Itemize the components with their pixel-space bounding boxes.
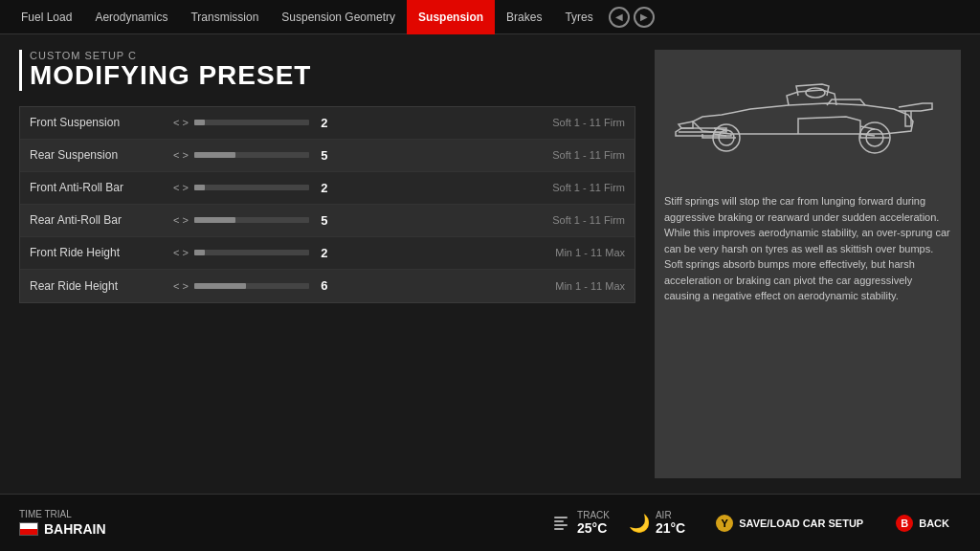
nav-suspension-geometry[interactable]: Suspension Geometry: [270, 0, 407, 34]
slider-track[interactable]: [194, 250, 309, 255]
ctrl-arrows[interactable]: < >: [173, 182, 189, 193]
nav-next-arrow[interactable]: ▶: [634, 7, 655, 28]
setting-controls: < > 6 Min 1 - 11 Max: [173, 278, 625, 293]
bahrain-flag: [19, 522, 38, 536]
nav-tyres[interactable]: Tyres: [553, 0, 604, 34]
slider-fill: [194, 283, 246, 289]
back-label: BACK: [919, 518, 949, 529]
nav-suspension[interactable]: Suspension: [407, 0, 495, 34]
setting-row: Front Suspension < > 2 Soft 1 - 11 Firm: [20, 107, 635, 140]
heat-icon: [554, 517, 568, 530]
car-svg: [674, 69, 942, 174]
race-location: BAHRAIN: [19, 521, 106, 537]
top-navigation: Fuel Load Aerodynamics Transmission Susp…: [0, 0, 980, 34]
location-name: BAHRAIN: [44, 521, 106, 537]
action-buttons: Y SAVE/LOAD CAR SETUP B BACK: [704, 509, 961, 538]
slider-track[interactable]: [194, 283, 309, 289]
nav-arrows: ◀ ▶: [609, 7, 655, 28]
setting-row: Front Ride Height < > 2 Min 1 - 11 Max: [20, 237, 635, 270]
weather-info: Track 25°C 🌙 Air 21°C: [554, 510, 685, 536]
slider-track[interactable]: [194, 185, 309, 190]
setting-name: Rear Anti-Roll Bar: [30, 213, 173, 227]
setting-value: 5: [315, 148, 334, 163]
setting-controls: < > 2 Min 1 - 11 Max: [173, 246, 625, 260]
slider-track[interactable]: [194, 120, 309, 125]
setting-controls: < > 5 Soft 1 - 11 Firm: [173, 213, 625, 228]
slider-fill: [194, 152, 235, 158]
title-section: Custom Setup C MODIFYING PRESET: [19, 50, 635, 91]
slider-track[interactable]: [194, 152, 309, 158]
save-load-button[interactable]: Y SAVE/LOAD CAR SETUP: [704, 509, 875, 538]
ctrl-arrows[interactable]: < >: [173, 214, 189, 226]
ctrl-arrows[interactable]: < >: [173, 117, 189, 128]
save-load-label: SAVE/LOAD CAR SETUP: [739, 518, 863, 529]
setting-controls: < > 2 Soft 1 - 11 Firm: [173, 116, 625, 130]
nav-prev-arrow[interactable]: ◀: [609, 7, 630, 28]
setup-title: MODIFYING PRESET: [30, 61, 635, 91]
ctrl-arrows[interactable]: < >: [173, 149, 189, 161]
ctrl-arrows[interactable]: < >: [173, 280, 189, 292]
setting-range: Soft 1 - 11 Firm: [552, 214, 625, 226]
b-key-icon: B: [896, 515, 913, 532]
air-temp-item: 🌙 Air 21°C: [629, 510, 685, 536]
nav-transmission[interactable]: Transmission: [179, 0, 270, 34]
car-diagram: [664, 59, 951, 184]
slider-fill: [194, 185, 205, 190]
moon-icon: 🌙: [629, 513, 650, 534]
setting-name: Front Suspension: [30, 116, 173, 129]
setting-row: Rear Anti-Roll Bar < > 5 Soft 1 - 11 Fir…: [20, 205, 635, 237]
ctrl-arrows[interactable]: < >: [173, 247, 189, 258]
race-type: Time Trial: [19, 509, 106, 519]
setting-value: 6: [315, 278, 334, 293]
setting-value: 2: [315, 246, 334, 260]
slider-track[interactable]: [194, 217, 309, 223]
track-temp: 25°C: [577, 520, 610, 536]
track-temp-info: Track 25°C: [577, 510, 610, 536]
settings-table: Front Suspension < > 2 Soft 1 - 11 Firm …: [19, 106, 635, 303]
setting-range: Min 1 - 11 Max: [555, 280, 625, 292]
setting-value: 2: [315, 181, 334, 195]
slider-fill: [194, 217, 235, 223]
setting-row: Rear Ride Height < > 6 Min 1 - 11 Max: [20, 270, 635, 302]
slider-fill: [194, 250, 205, 255]
setting-row: Rear Suspension < > 5 Soft 1 - 11 Firm: [20, 140, 635, 172]
left-panel: Custom Setup C MODIFYING PRESET Front Su…: [19, 50, 635, 478]
setting-value: 5: [315, 213, 334, 228]
nav-brakes[interactable]: Brakes: [495, 0, 553, 34]
setting-range: Soft 1 - 11 Firm: [552, 149, 625, 161]
air-temp: 21°C: [656, 520, 685, 536]
track-label: Track: [577, 510, 610, 520]
track-temp-item: Track 25°C: [554, 510, 610, 536]
setting-controls: < > 5 Soft 1 - 11 Firm: [173, 148, 625, 163]
setting-row: Front Anti-Roll Bar < > 2 Soft 1 - 11 Fi…: [20, 172, 635, 205]
setting-value: 2: [315, 116, 334, 130]
setting-controls: < > 2 Soft 1 - 11 Firm: [173, 181, 625, 195]
main-content: Custom Setup C MODIFYING PRESET Front Su…: [0, 34, 980, 494]
nav-aerodynamics[interactable]: Aerodynamics: [83, 0, 179, 34]
back-button[interactable]: B BACK: [884, 509, 961, 538]
setting-name: Front Ride Height: [30, 246, 173, 259]
air-label: Air: [656, 510, 685, 520]
setting-range: Soft 1 - 11 Firm: [552, 182, 625, 193]
nav-fuel-load[interactable]: Fuel Load: [10, 0, 83, 34]
info-text: Stiff springs will stop the car from lun…: [664, 193, 951, 304]
y-key-icon: Y: [716, 515, 733, 532]
setting-name: Front Anti-Roll Bar: [30, 181, 173, 194]
slider-fill: [194, 120, 205, 125]
bottom-bar: Time Trial BAHRAIN Track 25°C 🌙 Air 21°C: [0, 494, 980, 551]
setting-name: Rear Suspension: [30, 148, 173, 162]
setting-range: Min 1 - 11 Max: [555, 247, 625, 258]
setting-range: Soft 1 - 11 Firm: [552, 117, 625, 128]
svg-point-8: [806, 88, 825, 98]
race-info: Time Trial BAHRAIN: [19, 509, 106, 537]
setting-name: Rear Ride Height: [30, 279, 173, 293]
right-panel: Stiff springs will stop the car from lun…: [655, 50, 961, 478]
air-temp-info: Air 21°C: [656, 510, 685, 536]
